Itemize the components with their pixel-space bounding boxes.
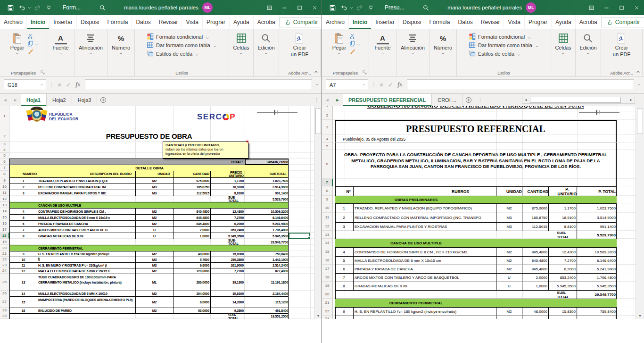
item-number[interactable]: 10 — [10, 257, 37, 262]
item-number[interactable]: 8 — [10, 233, 37, 239]
item-unit-price[interactable]: 10,6100 — [211, 291, 245, 296]
row-header-19[interactable]: 19 — [322, 282, 333, 290]
item-quantity[interactable] — [522, 316, 549, 319]
cancel-icon[interactable]: × — [58, 81, 61, 89]
item-description[interactable]: EXCAVACION MANUAL PARA PLINTOS Y RIC — [37, 190, 136, 196]
row-header-13[interactable]: 13 — [0, 202, 9, 208]
paste-button[interactable]: Pegar — [8, 32, 26, 56]
item-unit-price[interactable]: 15,8300 — [549, 308, 577, 316]
row-header-8[interactable]: 8 — [0, 171, 9, 177]
menu-tab-ayuda[interactable]: Ayuda — [552, 15, 576, 29]
item-description[interactable]: RELLENO COMPACTADO CON MATERIAL IMPORTAD… — [354, 213, 496, 222]
item-total[interactable]: 5.945,3500 — [245, 233, 288, 239]
item-description[interactable]: TRAZADO, REPLANTEO Y NIVELACION (EQUIPO … — [354, 204, 496, 213]
scrollbar-track[interactable] — [529, 96, 627, 103]
item-unit[interactable]: M2 — [496, 308, 522, 316]
undo-button[interactable] — [16, 2, 27, 13]
cut-button[interactable] — [27, 33, 39, 39]
item-number[interactable]: 6 — [335, 265, 354, 273]
item-unit-price[interactable]: 1,1700 — [549, 204, 577, 213]
item-quantity[interactable]: 48,0000 — [173, 251, 211, 257]
subtotal-value[interactable]: 19.551,2500 — [245, 314, 288, 319]
item-total[interactable]: 2.514,2400 — [245, 263, 288, 268]
row-header-28[interactable]: 28 — [0, 308, 9, 313]
item-unit[interactable]: M2 — [136, 291, 173, 296]
item-number[interactable] — [335, 316, 354, 319]
row-header-12[interactable]: 12 — [0, 196, 9, 202]
item-description[interactable]: CONTRAPISO DE HORMIGON SIMPLE 8 CM , — [37, 209, 136, 214]
item-number[interactable]: 7 — [335, 274, 354, 282]
font-button[interactable]: AFuente — [50, 32, 71, 56]
subtotal-value[interactable]: 29.549,7700 — [245, 239, 288, 245]
item-total[interactable]: 3.514,9000 — [245, 184, 288, 190]
sheet-nav-left-icon[interactable]: ◄ — [0, 94, 10, 106]
conditional-formatting-button[interactable]: Formato condicional — [469, 33, 539, 40]
item-unit[interactable]: M3 — [496, 213, 522, 222]
row-header-14[interactable]: 14 — [322, 239, 333, 247]
item-quantity[interactable]: 5,7600 — [173, 257, 211, 262]
item-number[interactable]: 12 — [10, 268, 37, 274]
item-quantity[interactable]: 8,0000 — [173, 297, 211, 308]
enter-icon[interactable]: ✓ — [388, 82, 393, 88]
item-unit[interactable]: M2 — [496, 257, 522, 265]
row-header-24[interactable]: 24 — [0, 268, 9, 274]
item-total[interactable]: 10.509,3200 — [577, 248, 617, 256]
item-total[interactable]: 491,8400 — [245, 308, 288, 313]
item-total[interactable]: 11.191,1800 — [245, 274, 288, 291]
tab-bar-handle[interactable]: ⋮ — [311, 94, 322, 106]
item-total[interactable]: 6.146,6400 — [245, 215, 288, 220]
item-total[interactable]: 1.706,4800 — [245, 227, 288, 233]
user-avatar[interactable]: ML — [526, 2, 536, 13]
item-unit-price[interactable] — [549, 316, 577, 319]
menu-tab-acroba[interactable]: Acroba — [576, 15, 602, 29]
name-box[interactable]: G18 — [4, 79, 46, 90]
row-header-5[interactable]: 5 — [322, 143, 333, 150]
item-unit[interactable]: M2 — [496, 265, 522, 273]
row-header-17[interactable]: 17 — [322, 265, 333, 273]
row-header-14[interactable]: 14 — [0, 208, 9, 214]
item-description[interactable] — [354, 316, 496, 319]
cells-button[interactable]: Celdas — [553, 32, 573, 56]
item-number[interactable]: 5 — [10, 215, 37, 220]
selected-cell-G18[interactable] — [289, 233, 310, 239]
item-number[interactable]: 3 — [335, 223, 354, 231]
item-description[interactable]: MALLA ELECTROSOLDADA DE 6 mm X 15x15 c — [37, 215, 136, 220]
item-unit[interactable]: M2 — [496, 204, 522, 213]
sheet-tab-hoja3[interactable]: Hoja3 — [72, 94, 98, 106]
item-unit-price[interactable]: 6,2000 — [549, 265, 577, 273]
zoom-thumb[interactable] — [596, 110, 597, 115]
item-number[interactable]: 14 — [10, 291, 37, 296]
item-unit-price[interactable]: 18,9100 — [211, 184, 245, 190]
row-header-7[interactable]: 7 — [0, 165, 9, 171]
item-description[interactable]: RELLENO COMPACTADO CON MATERIAL IM — [37, 184, 136, 190]
zoom-thumb[interactable] — [274, 110, 275, 115]
clipboard-dialog-launcher-icon[interactable] — [362, 70, 368, 75]
formula-input[interactable] — [85, 79, 312, 90]
item-description[interactable]: MALLA ELECTROSOLDADA DE 6 mm x 15x15 c — [37, 268, 136, 274]
column-header-cell[interactable]: UNIDAD — [496, 187, 522, 196]
item-number[interactable]: 5 — [335, 257, 354, 265]
item-number[interactable]: 1 — [10, 178, 37, 184]
sheet-tab-presupuesto-referencial[interactable]: PRESUPUESTO REFERENCIAL — [343, 94, 432, 106]
insert-function-icon[interactable]: fx — [75, 81, 80, 88]
menu-tab-archivo[interactable]: Archivo — [322, 15, 349, 29]
item-unit-price[interactable]: 5.945,3500 — [211, 233, 245, 239]
clipboard-dialog-launcher-icon[interactable] — [40, 70, 46, 75]
insert-function-icon[interactable]: fx — [397, 81, 402, 88]
row-header-6[interactable]: 6 — [0, 159, 9, 165]
vertical-scrollbar[interactable]: ▲▼ — [636, 101, 644, 319]
row-header-11[interactable]: 11 — [322, 213, 333, 222]
row-header-23[interactable]: 23 — [0, 262, 9, 268]
row-header-8[interactable]: 8 — [322, 186, 333, 196]
item-quantity[interactable]: 845,4800 — [522, 265, 549, 273]
formula-input[interactable] — [407, 79, 634, 90]
item-number[interactable]: 1 — [335, 204, 354, 213]
row-header-4[interactable]: 4 — [322, 135, 333, 143]
item-description[interactable]: ARCOS MIXTOS CON TABLERO Y ARCO DE B — [37, 227, 136, 233]
sheet-nav-right-icon[interactable]: ► — [10, 94, 21, 106]
item-description[interactable]: GRADAS METALICAS DE 9 ml — [37, 233, 136, 239]
item-description[interactable]: GRADAS METALICAS DE 9 ml — [354, 282, 496, 290]
copy-button[interactable] — [27, 41, 39, 47]
item-quantity[interactable]: 845,4800 — [522, 248, 549, 256]
item-unit-price[interactable]: 853,2400 — [211, 227, 245, 233]
